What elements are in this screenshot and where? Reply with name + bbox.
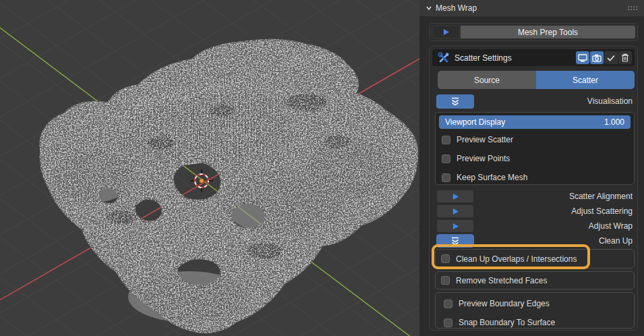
slider-label: Viewport Display <box>445 117 505 127</box>
keep-surface-mesh-checkbox[interactable] <box>442 173 450 182</box>
checkbox-row: Preview Points <box>442 153 631 164</box>
viewport-display-slider[interactable]: Viewport Display 1.000 <box>439 115 631 129</box>
slider-value: 1.000 <box>604 117 624 127</box>
visualisation-row: Visualisation <box>436 94 633 109</box>
checkbox-row: Keep Surface Mesh <box>442 172 631 183</box>
clean-up-dropdown-button[interactable] <box>436 234 474 248</box>
adjust-wrap-play-button[interactable] <box>436 219 474 233</box>
chevron-down-icon <box>426 5 432 11</box>
cleanup-overlaps-row: Clean Up Overlaps / Intersections <box>435 249 635 269</box>
visualisation-dropdown-button[interactable] <box>436 94 474 109</box>
play-icon <box>452 208 459 215</box>
viewport-3d[interactable] <box>0 0 419 336</box>
render-display-toggle-button[interactable] <box>590 51 604 64</box>
play-icon <box>452 223 459 230</box>
adjust-scattering-play-button[interactable] <box>436 204 474 218</box>
app-window: Mesh Wrap Mesh Prep Tools <box>0 0 644 336</box>
mode-tabs: Source Scatter <box>438 71 635 89</box>
apply-button[interactable] <box>604 51 618 64</box>
camera-icon <box>592 54 602 62</box>
object-origin-dot <box>200 179 204 184</box>
trash-icon <box>621 53 629 62</box>
adjust-scattering-row: Adjust Scattering <box>436 204 633 218</box>
panel-header[interactable]: Mesh Wrap <box>419 0 644 16</box>
snap-boundary-to-surface-checkbox[interactable] <box>444 318 452 327</box>
preview-points-checkbox[interactable] <box>442 155 450 163</box>
play-icon <box>442 28 450 36</box>
tools-icon <box>438 52 450 64</box>
scatter-settings-title: Scatter Settings <box>455 53 512 63</box>
tab-source[interactable]: Source <box>438 71 536 89</box>
scatter-settings-header: Scatter Settings <box>432 49 635 66</box>
mesh-prep-play-button[interactable] <box>432 26 460 38</box>
visualisation-group-box: Viewport Display 1.000 Preview Scatter P… <box>435 112 635 185</box>
double-chevron-down-icon <box>450 97 461 106</box>
clean-up-row: Clean Up <box>436 234 633 248</box>
adjust-wrap-row: Adjust Wrap <box>436 219 633 233</box>
cleanup-overlaps-checkbox[interactable] <box>441 254 450 263</box>
panel-title: Mesh Wrap <box>436 3 477 13</box>
preview-boundary-edges-checkbox[interactable] <box>444 300 452 308</box>
remove-stretched-faces-checkbox[interactable] <box>441 276 450 285</box>
sidebar-panel: Mesh Wrap Mesh Prep Tools <box>419 0 644 336</box>
delete-button[interactable] <box>618 51 632 64</box>
play-icon <box>452 193 459 200</box>
preview-scatter-checkbox[interactable] <box>442 136 450 144</box>
scatter-alignment-row: Scatter Alignment <box>436 190 633 203</box>
remove-stretched-faces-row: Remove Stretched Faces <box>435 271 635 289</box>
drag-grip-icon[interactable] <box>627 5 638 11</box>
boundary-group-box: Preview Boundary Edges Snap Boundary To … <box>435 292 635 329</box>
checkbox-row: Preview Scatter <box>442 134 631 145</box>
tab-scatter[interactable]: Scatter <box>536 71 635 89</box>
scatter-alignment-play-button[interactable] <box>436 190 474 203</box>
visualisation-label: Visualisation <box>587 96 633 106</box>
mesh-prep-box: Mesh Prep Tools <box>429 23 638 41</box>
viewport-display-toggle-button[interactable] <box>576 51 589 64</box>
checkmark-icon <box>606 54 616 62</box>
monitor-icon <box>578 54 587 62</box>
scatter-settings-box: Scatter Settings <box>429 46 638 331</box>
mesh-prep-tools-button[interactable]: Mesh Prep Tools <box>461 26 635 38</box>
double-chevron-down-icon <box>450 237 461 246</box>
display-toggles <box>575 51 633 65</box>
